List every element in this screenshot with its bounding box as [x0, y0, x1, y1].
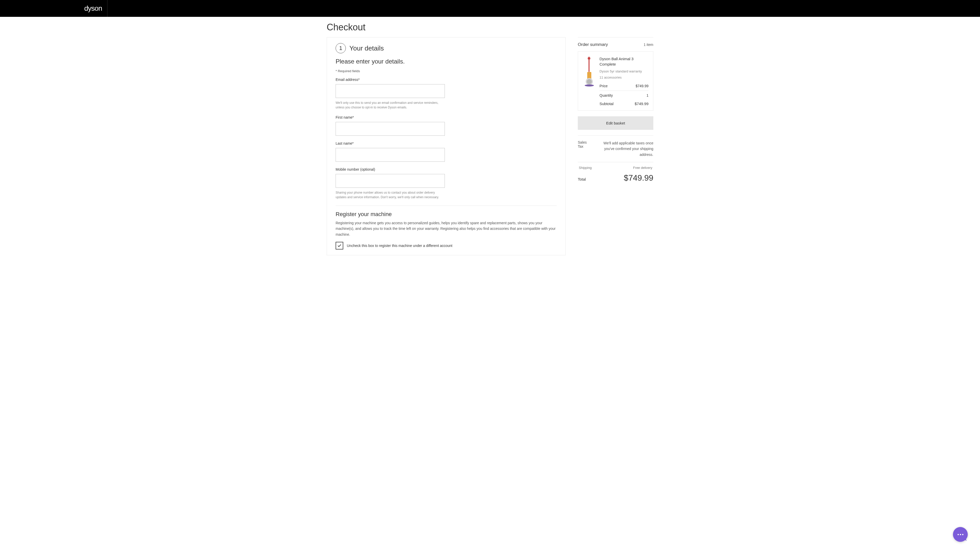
step-number: 1 [336, 43, 346, 53]
product-name: Dyson Ball Animal 3 Complete [600, 56, 649, 67]
email-help: We'll only use this to send you an email… [336, 100, 443, 110]
qty-label: Quantity [600, 94, 613, 97]
subtotal-value: $749.99 [635, 102, 649, 106]
register-checkbox[interactable] [336, 242, 343, 249]
subtotal-label: Subtotal [600, 102, 614, 106]
order-summary: Order summary 1 item Dyson Ball Animal 3 [578, 37, 653, 256]
step-title: Your details [349, 44, 384, 52]
first-name-field[interactable] [336, 122, 445, 136]
form-heading: Please enter your details. [336, 58, 557, 65]
product-image [583, 56, 596, 87]
qty-value: 1 [646, 94, 649, 97]
required-note: * Required fields [336, 69, 557, 73]
edit-basket-button[interactable]: Edit basket [578, 116, 653, 130]
tax-note: We'll add applicable taxes once you've c… [594, 140, 653, 157]
last-name-label: Last name* [336, 141, 557, 145]
site-header: dyson [0, 0, 980, 17]
last-name-field[interactable] [336, 148, 445, 162]
summary-title: Order summary [578, 42, 608, 47]
mobile-help: Sharing your phone number allows us to c… [336, 190, 443, 200]
total-value: $749.99 [624, 173, 653, 183]
mobile-field[interactable] [336, 174, 445, 188]
price-value: $749.99 [635, 84, 649, 88]
register-desc: Registering your machine gets you access… [336, 220, 557, 237]
email-label: Email address* [336, 78, 557, 82]
page-title: Checkout [327, 22, 653, 33]
svg-point-5 [585, 84, 594, 86]
shipping-label: Shipping [579, 166, 592, 170]
svg-rect-2 [587, 72, 591, 79]
logo[interactable]: dyson [84, 0, 107, 17]
product-accessories: 11 accessories [600, 75, 649, 80]
product-warranty: Dyson 5yr standard warranty [600, 69, 649, 74]
price-label: Price [600, 84, 608, 88]
email-field[interactable] [336, 84, 445, 98]
total-label: Total [578, 177, 586, 181]
first-name-label: First name* [336, 115, 557, 119]
register-checkbox-label: Uncheck this box to register this machin… [347, 244, 452, 248]
svg-point-4 [587, 79, 592, 84]
vacuum-icon [584, 56, 595, 87]
summary-count: 1 item [644, 43, 653, 47]
mobile-label: Mobile number (optional) [336, 167, 557, 171]
shipping-value: Free delivery [633, 166, 652, 170]
step-header: 1 Your details [336, 43, 557, 53]
tax-label: Sales Tax [578, 140, 587, 157]
check-icon [337, 243, 342, 248]
checkout-form: 1 Your details Please enter your details… [327, 37, 566, 256]
product-card: Dyson Ball Animal 3 Complete Dyson 5yr s… [578, 51, 653, 111]
svg-rect-1 [588, 57, 590, 59]
register-heading: Register your machine [336, 211, 557, 218]
